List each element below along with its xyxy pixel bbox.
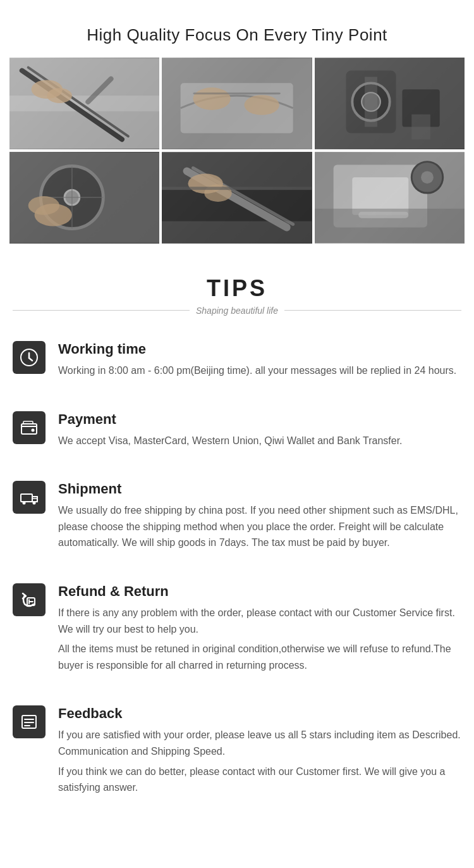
info-item-payment: PaymentWe accept Visa, MasterCard, Weste…: [13, 405, 461, 453]
info-title-feedback: Feedback: [58, 705, 461, 722]
svg-rect-43: [21, 494, 32, 502]
svg-point-41: [32, 428, 35, 431]
info-item-refund-return: Refund & ReturnIf there is any any probl…: [13, 577, 461, 677]
craft-photo-2: [162, 58, 312, 149]
tips-title: TIPS: [13, 275, 461, 302]
svg-point-5: [47, 88, 72, 103]
tips-header: TIPS Shaping beautiful life: [13, 275, 461, 316]
info-text-refund-return-0: If there is any any problem with the ord…: [58, 605, 461, 637]
svg-point-10: [245, 95, 279, 115]
svg-rect-29: [162, 187, 312, 190]
info-item-working-time: Working timeWorking in 8:00 am - 6:00 pm…: [13, 335, 461, 383]
info-text-refund-return-1: All the items must be retuned in origina…: [58, 641, 461, 673]
svg-rect-26: [162, 190, 312, 221]
craft-photo-4: [9, 152, 159, 244]
clock-icon: [13, 341, 46, 374]
page-title: High Quality Focus On Every Tiny Point: [0, 0, 474, 58]
info-item-shipment: ShipmentWe usually do free shipping by c…: [13, 474, 461, 555]
info-title-payment: Payment: [58, 411, 461, 428]
info-content-refund-return: Refund & ReturnIf there is any any probl…: [58, 583, 461, 677]
svg-point-34: [421, 171, 434, 183]
info-text-payment-0: We accept Visa, MasterCard, Western Unio…: [58, 433, 461, 449]
tips-divider: Shaping beautiful life: [13, 304, 461, 316]
svg-rect-1: [9, 96, 159, 111]
svg-rect-11: [193, 92, 281, 94]
info-items-container: Working timeWorking in 8:00 am - 6:00 pm…: [13, 335, 461, 800]
svg-rect-17: [411, 115, 430, 140]
svg-point-9: [193, 87, 231, 110]
info-title-refund-return: Refund & Return: [58, 583, 461, 600]
svg-point-44: [23, 502, 26, 505]
svg-point-24: [28, 196, 59, 215]
info-text-working-time-0: Working in 8:00 am - 6:00 pm(Beijing tim…: [58, 363, 461, 379]
info-content-working-time: Working timeWorking in 8:00 am - 6:00 pm…: [58, 341, 461, 383]
craft-photo-5: [162, 152, 312, 244]
svg-point-45: [33, 502, 36, 505]
info-title-working-time: Working time: [58, 341, 461, 357]
info-item-feedback: FeedbackIf you are satisfied with your o…: [13, 699, 461, 799]
info-content-payment: PaymentWe accept Visa, MasterCard, Weste…: [58, 411, 461, 453]
tips-section: TIPS Shaping beautiful life Working time…: [0, 275, 474, 800]
svg-rect-40: [21, 424, 37, 434]
photo-grid: [0, 58, 474, 244]
info-content-shipment: ShipmentWe usually do free shipping by c…: [58, 481, 461, 555]
feedback-icon: [13, 705, 46, 738]
info-title-shipment: Shipment: [58, 481, 461, 497]
craft-photo-6: [315, 152, 465, 244]
truck-icon: [13, 481, 46, 514]
svg-rect-36: [358, 212, 408, 218]
tips-subtitle: Shaping beautiful life: [196, 306, 278, 316]
craft-photo-3: [315, 58, 465, 149]
svg-line-39: [29, 358, 32, 361]
svg-rect-42: [23, 421, 33, 424]
info-text-feedback-1: If you think we can do better, please co…: [58, 764, 461, 796]
craft-photo-1: [9, 58, 159, 149]
info-content-feedback: FeedbackIf you are satisfied with your o…: [58, 705, 461, 799]
info-text-feedback-0: If you are satisfied with your order, pl…: [58, 727, 461, 759]
wallet-icon: [13, 411, 46, 444]
info-text-shipment-0: We usually do free shipping by china pos…: [58, 502, 461, 551]
refund-icon: [13, 583, 46, 616]
